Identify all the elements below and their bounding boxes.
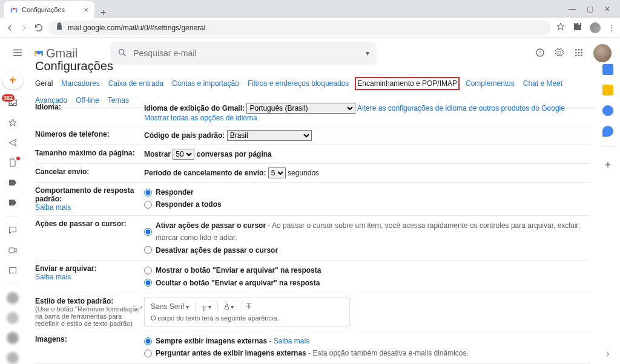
drafts-icon[interactable] bbox=[5, 157, 20, 169]
tab-caixa-entrada[interactable]: Caixa de entrada bbox=[108, 79, 163, 88]
conversas-word: conversas por página bbox=[197, 150, 272, 158]
back-icon[interactable] bbox=[5, 23, 15, 33]
new-tab-button[interactable]: + bbox=[94, 7, 112, 18]
tab-marcadores[interactable]: Marcadores bbox=[61, 79, 99, 88]
show-all-languages-link[interactable]: Mostrar todas as opções de idioma bbox=[144, 114, 590, 122]
page-size-select[interactable]: 50 bbox=[173, 149, 194, 160]
tab-filtros[interactable]: Filtros e endereços bloqueados bbox=[248, 79, 349, 88]
label-cancelar: Cancelar envio: bbox=[35, 167, 144, 178]
browser-menu-icon[interactable]: ⋮ bbox=[608, 24, 615, 32]
seconds-word: segundos bbox=[288, 169, 319, 177]
main-menu-icon[interactable] bbox=[8, 44, 27, 63]
rooms-icon[interactable] bbox=[5, 264, 20, 276]
extensions-icon[interactable] bbox=[573, 22, 582, 33]
hangouts-contact-2[interactable] bbox=[5, 311, 20, 324]
label2-icon[interactable] bbox=[5, 196, 20, 209]
hover-on-radio[interactable] bbox=[144, 228, 152, 236]
remove-formatting-icon[interactable]: T bbox=[246, 302, 251, 311]
cancel-seconds-select[interactable]: 5 bbox=[268, 167, 286, 178]
svg-point-4 bbox=[578, 49, 580, 51]
close-window-icon[interactable]: ✕ bbox=[604, 5, 610, 13]
svg-point-11 bbox=[581, 54, 582, 56]
hangouts-contact-1[interactable] bbox=[5, 291, 20, 304]
archive-show-label: Mostrar o botão "Enviar e arquivar" na r… bbox=[156, 264, 321, 276]
label-estilo-sub: (Use o botão "Remover formatação" na bar… bbox=[35, 305, 144, 327]
font-size-dropdown[interactable]: ╥ bbox=[202, 302, 211, 311]
address-bar[interactable]: mail.google.com/mail/u/0/#settings/gener… bbox=[48, 21, 551, 35]
archive-learn-more-link[interactable]: Saiba mais bbox=[35, 273, 144, 281]
label-pagina: Tamanho máximo da página: bbox=[35, 149, 144, 160]
addons-plus-icon[interactable]: + bbox=[605, 159, 612, 172]
row-resposta: Comportamento de resposta padrão: Saiba … bbox=[35, 183, 590, 216]
tab-chat-meet[interactable]: Chat e Meet bbox=[523, 79, 562, 88]
browser-tab[interactable]: Configurações × bbox=[4, 1, 94, 18]
reply-learn-more-link[interactable]: Saiba mais bbox=[35, 203, 144, 212]
images-ask-desc: - Esta opção também desativa e-mails din… bbox=[306, 349, 469, 357]
reload-icon[interactable] bbox=[34, 23, 44, 33]
country-code-select[interactable]: Brasil bbox=[227, 130, 312, 141]
maximize-icon[interactable]: ▢ bbox=[587, 5, 593, 13]
keep-icon[interactable] bbox=[602, 85, 613, 96]
compose-button[interactable]: + bbox=[2, 71, 23, 89]
change-language-link[interactable]: Altere as configurações de idioma de out… bbox=[357, 104, 565, 112]
profile-avatar-small[interactable] bbox=[590, 22, 601, 33]
tab-geral[interactable]: Geral bbox=[35, 79, 53, 88]
images-always-radio[interactable] bbox=[144, 337, 152, 345]
font-color-dropdown[interactable]: A bbox=[224, 302, 234, 311]
tab-contas[interactable]: Contas e importação bbox=[172, 79, 239, 88]
images-learn-more-link[interactable]: Saiba mais bbox=[274, 337, 309, 345]
archive-hide-radio[interactable] bbox=[144, 279, 152, 287]
calendar-icon[interactable] bbox=[602, 64, 613, 75]
images-always-label: Sempre exibir imagens externas bbox=[156, 337, 267, 345]
forward-icon[interactable] bbox=[19, 23, 29, 33]
tasks-icon[interactable] bbox=[602, 105, 613, 116]
svg-text:?: ? bbox=[539, 50, 542, 55]
hover-off-radio[interactable] bbox=[144, 246, 152, 254]
chat-icon[interactable] bbox=[5, 224, 20, 236]
reply-all-label: Responder a todos bbox=[156, 198, 222, 210]
tab-title: Configurações bbox=[22, 6, 65, 13]
tab-encaminhamento[interactable]: Encaminhamento e POP/IMAP bbox=[357, 79, 457, 88]
hover-on-label: Ativar ações de passar o cursor bbox=[156, 221, 266, 230]
hangouts-contact-4[interactable] bbox=[5, 351, 20, 364]
url-text: mail.google.com/mail/u/0/#settings/gener… bbox=[68, 24, 205, 32]
font-family-dropdown[interactable]: Sans Serif bbox=[151, 302, 189, 311]
window-controls: — ▢ ✕ bbox=[562, 5, 620, 13]
svg-point-10 bbox=[578, 54, 580, 56]
minimize-icon[interactable]: — bbox=[569, 5, 576, 13]
label-resposta: Comportamento de resposta padrão: bbox=[35, 186, 134, 203]
archive-show-radio[interactable] bbox=[144, 267, 152, 275]
lock-icon bbox=[54, 22, 64, 33]
hangouts-contact-3[interactable] bbox=[5, 331, 20, 344]
close-tab-icon[interactable]: × bbox=[84, 5, 88, 15]
reply-radio[interactable] bbox=[144, 189, 152, 197]
label1-icon[interactable] bbox=[5, 176, 20, 189]
display-language-label: Idioma de exibição do Gmail: bbox=[144, 104, 245, 112]
label-estilo: Estilo de texto padrão: bbox=[35, 297, 113, 305]
collapse-panel-icon[interactable]: › bbox=[607, 349, 609, 358]
label-idioma: Idioma: bbox=[35, 103, 144, 122]
star-icon[interactable] bbox=[556, 22, 566, 33]
gmail-favicon bbox=[10, 5, 18, 14]
row-estilo: Estilo de texto padrão: (Use o botão "Re… bbox=[35, 293, 590, 331]
meet-icon[interactable] bbox=[5, 244, 20, 256]
images-ask-radio[interactable] bbox=[144, 349, 152, 357]
svg-point-5 bbox=[581, 49, 582, 51]
page-title: Configurações bbox=[35, 57, 596, 79]
tab-complementos[interactable]: Complementos bbox=[466, 79, 515, 88]
label-telefone: Números de telefone: bbox=[35, 130, 144, 141]
left-rail: + 352 bbox=[0, 69, 25, 364]
display-language-select[interactable]: Português (Brasil) bbox=[246, 103, 355, 114]
inbox-icon[interactable]: 352 bbox=[5, 97, 20, 109]
settings-body[interactable]: Idioma: Idioma de exibição do Gmail: Por… bbox=[35, 99, 596, 364]
reply-all-radio[interactable] bbox=[144, 201, 152, 209]
search-options-icon[interactable]: ▾ bbox=[366, 49, 369, 57]
contacts-icon[interactable] bbox=[602, 126, 613, 137]
country-code-label: Código de país padrão: bbox=[144, 131, 225, 140]
show-word: Mostrar bbox=[144, 150, 171, 158]
inbox-badge: 352 bbox=[2, 94, 15, 102]
row-arquivar: Enviar e arquivar: Saiba mais Mostrar o … bbox=[35, 261, 590, 293]
starred-icon[interactable] bbox=[5, 117, 20, 129]
sent-icon[interactable] bbox=[5, 137, 20, 149]
svg-point-8 bbox=[581, 51, 582, 53]
